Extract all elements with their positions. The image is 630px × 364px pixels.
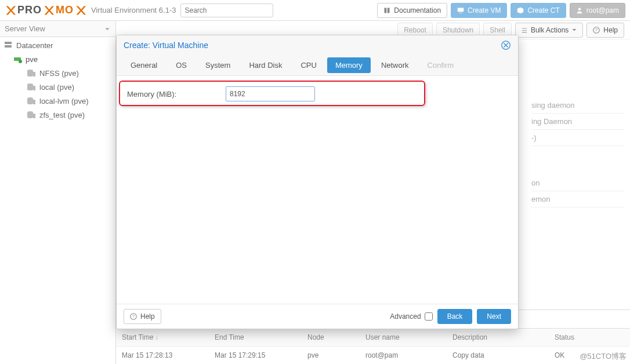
tab-cpu[interactable]: CPU [291, 55, 325, 75]
tab-confirm: Confirm [418, 55, 464, 75]
wizard-footer: ? Help Advanced Back Next [117, 304, 518, 329]
modal-help-button[interactable]: ? Help [124, 309, 161, 324]
modal-titlebar: Create: Virtual Machine [117, 35, 518, 55]
modal-title-text: Create: Virtual Machine [124, 41, 208, 50]
memory-spinbox[interactable]: ▲ ▼ [226, 86, 315, 101]
tab-memory[interactable]: Memory [327, 57, 371, 73]
memory-input[interactable] [226, 87, 315, 101]
next-button[interactable]: Next [477, 309, 511, 324]
close-icon[interactable] [501, 40, 511, 50]
tab-hard-disk[interactable]: Hard Disk [240, 55, 291, 75]
tab-os[interactable]: OS [166, 55, 196, 75]
svg-text:?: ? [132, 314, 135, 318]
modal-help-label: Help [140, 312, 155, 321]
memory-label: Memory (MiB): [127, 90, 220, 99]
tab-network[interactable]: Network [372, 55, 418, 75]
watermark: @51CTO博客 [580, 351, 627, 362]
memory-field-row: Memory (MiB): ▲ ▼ [127, 86, 508, 101]
advanced-checkbox[interactable] [425, 312, 433, 321]
modal-overlay: Create: Virtual Machine General OS Syste… [0, 0, 630, 364]
advanced-toggle[interactable]: Advanced [390, 312, 432, 321]
wizard-tabs: General OS System Hard Disk CPU Memory N… [117, 55, 518, 76]
wizard-body: Memory (MiB): ▲ ▼ [117, 76, 518, 304]
create-vm-modal: Create: Virtual Machine General OS Syste… [116, 35, 519, 329]
back-button[interactable]: Back [437, 309, 473, 324]
tab-system[interactable]: System [196, 55, 240, 75]
advanced-label: Advanced [390, 312, 421, 321]
help-icon: ? [130, 313, 137, 320]
tab-general[interactable]: General [121, 55, 166, 75]
